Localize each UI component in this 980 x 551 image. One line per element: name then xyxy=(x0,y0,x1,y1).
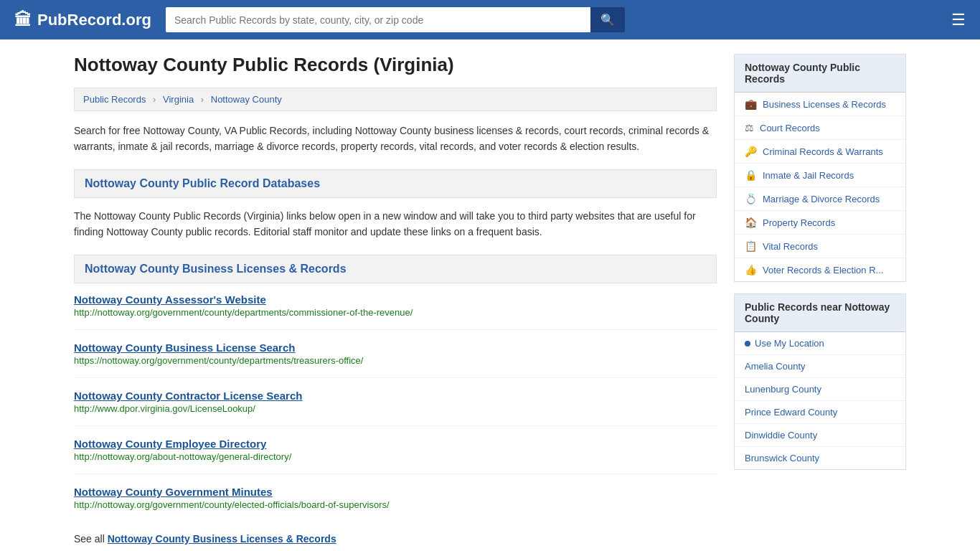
sidebar-main-item-7: 👍Voter Records & Election R... xyxy=(735,258,905,281)
nearby-item-4: Brunswick County xyxy=(735,447,905,469)
sidebar-main-list: 💼Business Licenses & Records⚖Court Recor… xyxy=(735,93,905,281)
sidebar-nearby-title: Public Records near Nottoway County xyxy=(735,294,905,332)
sidebar-main-item-2: 🔑Criminal Records & Warrants xyxy=(735,140,905,164)
breadcrumb-public-records[interactable]: Public Records xyxy=(83,94,146,105)
sidebar-main-box: Nottoway County Public Records 💼Business… xyxy=(734,54,906,282)
nearby-link-3[interactable]: Dinwiddie County xyxy=(735,424,905,446)
sidebar: Nottoway County Public Records 💼Business… xyxy=(734,54,906,545)
see-all-line: See all Nottoway County Business License… xyxy=(74,533,717,545)
breadcrumb-virginia[interactable]: Virginia xyxy=(163,94,194,105)
sidebar-main-link-4[interactable]: 💍Marriage & Divorce Records xyxy=(735,187,905,210)
record-link-4[interactable]: Nottoway County Government Minutes xyxy=(74,486,273,498)
sidebar-icon-1: ⚖ xyxy=(745,122,754,133)
sidebar-icon-2: 🔑 xyxy=(745,146,757,157)
see-all-prefix: See all xyxy=(74,533,108,545)
sidebar-main-item-3: 🔒Inmate & Jail Records xyxy=(735,164,905,187)
record-block-0: Nottoway County Assessor's Website http:… xyxy=(74,293,717,330)
nearby-item-1: Lunenburg County xyxy=(735,378,905,401)
record-link-3[interactable]: Nottoway County Employee Directory xyxy=(74,438,266,450)
main-content: Nottoway County Public Records (Virginia… xyxy=(74,54,717,545)
breadcrumb-sep-1: › xyxy=(153,94,156,105)
record-url-1: https://nottoway.org/government/county/d… xyxy=(74,355,717,366)
record-block-4: Nottoway County Government Minutes http:… xyxy=(74,486,717,522)
record-block-2: Nottoway County Contractor License Searc… xyxy=(74,390,717,426)
nearby-item-3: Dinwiddie County xyxy=(735,424,905,447)
see-all-link[interactable]: Nottoway County Business Licenses & Reco… xyxy=(108,533,336,545)
record-block-3: Nottoway County Employee Directory http:… xyxy=(74,438,717,474)
sidebar-main-item-6: 📋Vital Records xyxy=(735,235,905,258)
sidebar-main-link-3[interactable]: 🔒Inmate & Jail Records xyxy=(735,164,905,187)
sidebar-main-link-7[interactable]: 👍Voter Records & Election R... xyxy=(735,258,905,281)
nearby-link-0[interactable]: Amelia County xyxy=(735,355,905,377)
record-url-0: http://nottoway.org/government/county/de… xyxy=(74,307,717,318)
record-url-4: http://nottoway.org/government/county/el… xyxy=(74,499,717,510)
logo-text: PubRecord.org xyxy=(37,11,151,29)
sidebar-icon-3: 🔒 xyxy=(745,169,757,181)
search-input[interactable] xyxy=(166,7,590,32)
sidebar-nearby-box: Public Records near Nottoway County Use … xyxy=(734,293,906,470)
hamburger-icon: ☰ xyxy=(951,11,966,29)
page-title: Nottoway County Public Records (Virginia… xyxy=(74,54,717,76)
record-link-0[interactable]: Nottoway County Assessor's Website xyxy=(74,293,266,306)
intro-text: Search for free Nottoway County, VA Publ… xyxy=(74,123,717,155)
record-url-2: http://www.dpor.virginia.gov/LicenseLook… xyxy=(74,403,717,414)
logo-icon: 🏛 xyxy=(14,10,32,30)
location-dot-icon xyxy=(745,341,750,347)
breadcrumb-sep-2: › xyxy=(201,94,204,105)
breadcrumb-nottoway[interactable]: Nottoway County xyxy=(211,94,282,105)
sidebar-main-link-5[interactable]: 🏠Property Records xyxy=(735,211,905,234)
biz-section-heading: Nottoway County Business Licenses & Reco… xyxy=(74,255,717,283)
breadcrumb: Public Records › Virginia › Nottoway Cou… xyxy=(74,88,717,111)
search-icon: 🔍 xyxy=(600,14,615,26)
db-section-heading: Nottoway County Public Record Databases xyxy=(74,169,717,198)
site-logo[interactable]: 🏛 PubRecord.org xyxy=(14,10,151,30)
sidebar-main-item-0: 💼Business Licenses & Records xyxy=(735,93,905,116)
sidebar-main-link-2[interactable]: 🔑Criminal Records & Warrants xyxy=(735,140,905,163)
use-location-btn[interactable]: Use My Location xyxy=(735,332,905,355)
search-bar: 🔍 xyxy=(166,7,625,32)
menu-button[interactable]: ☰ xyxy=(951,11,966,29)
nearby-item-0: Amelia County xyxy=(735,355,905,378)
search-button[interactable]: 🔍 xyxy=(590,7,625,32)
sidebar-icon-4: 💍 xyxy=(745,193,757,204)
nearby-link-1[interactable]: Lunenburg County xyxy=(735,378,905,400)
record-link-2[interactable]: Nottoway County Contractor License Searc… xyxy=(74,390,302,402)
sidebar-main-item-4: 💍Marriage & Divorce Records xyxy=(735,187,905,211)
nearby-item-2: Prince Edward County xyxy=(735,401,905,424)
nearby-link-2[interactable]: Prince Edward County xyxy=(735,401,905,423)
sidebar-icon-5: 🏠 xyxy=(745,217,757,228)
record-url-3: http://nottoway.org/about-nottoway/gener… xyxy=(74,451,717,462)
site-header: 🏛 PubRecord.org 🔍 ☰ xyxy=(0,0,980,39)
sidebar-main-item-1: ⚖Court Records xyxy=(735,116,905,140)
use-location-label: Use My Location xyxy=(755,338,824,349)
db-section-text: The Nottoway County Public Records (Virg… xyxy=(74,208,717,240)
sidebar-icon-7: 👍 xyxy=(745,264,757,276)
record-block-1: Nottoway County Business License Search … xyxy=(74,342,717,378)
sidebar-icon-0: 💼 xyxy=(745,98,757,110)
sidebar-main-title: Nottoway County Public Records xyxy=(735,55,905,93)
sidebar-main-link-1[interactable]: ⚖Court Records xyxy=(735,116,905,139)
sidebar-main-link-6[interactable]: 📋Vital Records xyxy=(735,235,905,258)
sidebar-main-item-5: 🏠Property Records xyxy=(735,211,905,235)
sidebar-icon-6: 📋 xyxy=(745,240,757,252)
sidebar-main-link-0[interactable]: 💼Business Licenses & Records xyxy=(735,93,905,116)
nearby-link-4[interactable]: Brunswick County xyxy=(735,447,905,469)
nearby-list: Amelia CountyLunenburg CountyPrince Edwa… xyxy=(735,355,905,469)
record-link-1[interactable]: Nottoway County Business License Search xyxy=(74,342,295,354)
